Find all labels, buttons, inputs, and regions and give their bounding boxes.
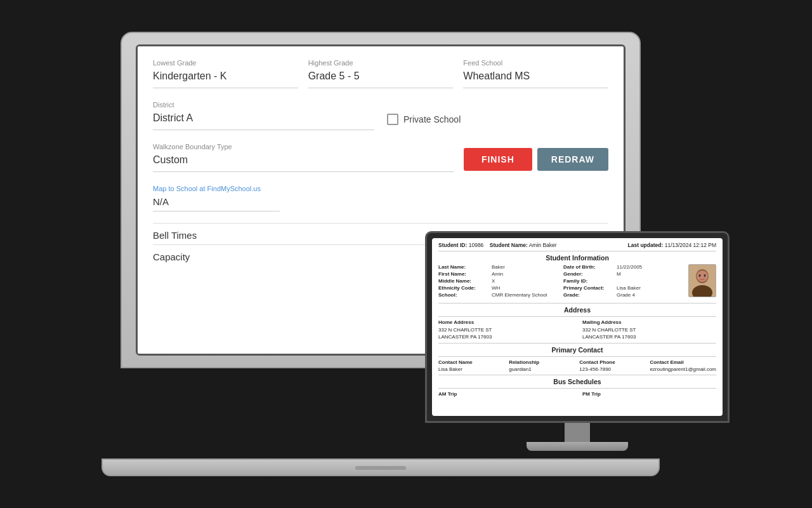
first-name-row: First Name: Amin <box>438 271 557 277</box>
monitor-stand-base <box>527 442 628 451</box>
address-divider-top <box>438 303 716 304</box>
lowest-grade-label: Lowest Grade <box>153 59 298 67</box>
dob-row: Date of Birth: 11/22/2005 <box>563 264 682 270</box>
contact-phone-col: Contact Phone 123-456-7890 <box>579 359 645 372</box>
monitor-stand-neck <box>565 423 590 442</box>
bus-schedules-heading: Bus Schedules <box>438 378 716 385</box>
ethnicity-row: Ethnicity Code: WH <box>438 285 557 291</box>
bus-divider-top <box>438 375 716 375</box>
last-updated-field: Last updated: 11/13/2024 12:12 PM <box>628 242 716 248</box>
highest-grade-value: Grade 5 - 5 <box>308 70 454 88</box>
highest-grade-label: Highest Grade <box>308 59 454 67</box>
gender-row: Gender: M <box>563 271 682 277</box>
relationship-col: Relationship guardian1 <box>509 359 574 372</box>
private-school-checkbox[interactable] <box>387 114 398 125</box>
header-divider <box>438 251 716 251</box>
district-value: District A <box>153 112 374 130</box>
finish-button[interactable]: FINISH <box>464 148 532 171</box>
private-school-label: Private School <box>403 114 461 124</box>
findmyschool-value: N/A <box>153 196 280 211</box>
contact-email-col: Contact Email ezroutingparent1@gmail.com <box>650 359 716 372</box>
address-divider-bottom <box>438 316 716 317</box>
address-heading: Address <box>438 306 716 314</box>
contact-name-col: Contact Name Lisa Baker <box>438 359 504 372</box>
bus-divider-bottom <box>438 388 716 389</box>
family-id-row: Family ID: <box>563 278 682 284</box>
primary-contact-row: Primary Contact: Lisa Baker <box>563 285 682 291</box>
monitor-screen-outer: Student ID: 10986 Student Name: Amin Bak… <box>425 231 730 423</box>
student-info-right: Date of Birth: 11/22/2005 Gender: M Fami… <box>563 264 682 299</box>
am-trip-col: AM Trip <box>438 391 572 397</box>
svg-point-4 <box>699 274 701 277</box>
findmyschool-label: Map to School at FindMySchool.us <box>153 185 608 192</box>
primary-contact-heading: Primary Contact <box>438 346 716 354</box>
student-info-grid: Last Name: Baker First Name: Amin Middle… <box>438 264 716 299</box>
primary-contact-divider-bottom <box>438 356 716 357</box>
redraw-button[interactable]: REDRAW <box>537 148 608 171</box>
walkzone-field: Walkzone Boundary Type Custom <box>153 143 454 172</box>
student-info-left: Last Name: Baker First Name: Amin Middle… <box>438 264 557 299</box>
student-info-heading: Student Information <box>438 254 716 262</box>
student-document: Student ID: 10986 Student Name: Amin Bak… <box>432 238 723 416</box>
student-photo <box>688 264 716 297</box>
address-grid: Home Address 332 N CHARLOTTE ST LANCASTE… <box>438 319 716 340</box>
student-id-field: Student ID: 10986 Student Name: Amin Bak… <box>438 242 557 248</box>
svg-point-5 <box>704 274 706 277</box>
district-label: District <box>153 101 374 109</box>
district-field: District District A <box>153 101 374 130</box>
walkzone-value: Custom <box>153 154 454 172</box>
feed-school-field: Feed School Wheatland MS <box>463 59 608 88</box>
bus-row: AM Trip PM Trip <box>438 391 716 397</box>
private-school-section: Private School <box>387 114 608 130</box>
grade-row: Grade: Grade 4 <box>563 292 682 298</box>
action-buttons: FINISH REDRAW <box>464 148 608 172</box>
monitor-screen: Student ID: 10986 Student Name: Amin Bak… <box>432 238 723 416</box>
home-address-col: Home Address 332 N CHARLOTTE ST LANCASTE… <box>438 319 572 340</box>
lowest-grade-field: Lowest Grade Kindergarten - K <box>153 59 298 88</box>
primary-contact-divider-top <box>438 343 716 344</box>
highest-grade-field: Highest Grade Grade 5 - 5 <box>308 59 454 88</box>
findmyschool-field: Map to School at FindMySchool.us N/A <box>153 185 608 211</box>
pm-trip-col: PM Trip <box>582 391 716 397</box>
walkzone-label: Walkzone Boundary Type <box>153 143 454 150</box>
lowest-grade-value: Kindergarten - K <box>153 70 298 88</box>
feed-school-value: Wheatland MS <box>463 70 608 88</box>
last-name-row: Last Name: Baker <box>438 264 557 270</box>
school-row: School: CMR Elementary School <box>438 292 557 298</box>
middle-name-row: Middle Name: X <box>438 278 557 284</box>
svg-point-3 <box>697 271 708 282</box>
student-doc-header: Student ID: 10986 Student Name: Amin Bak… <box>438 242 716 248</box>
mailing-address-col: Mailing Address 332 N CHARLOTTE ST LANCA… <box>582 319 716 340</box>
primary-contact-grid: Contact Name Lisa Baker Relationship gua… <box>438 359 716 372</box>
feed-school-label: Feed School <box>463 59 608 67</box>
